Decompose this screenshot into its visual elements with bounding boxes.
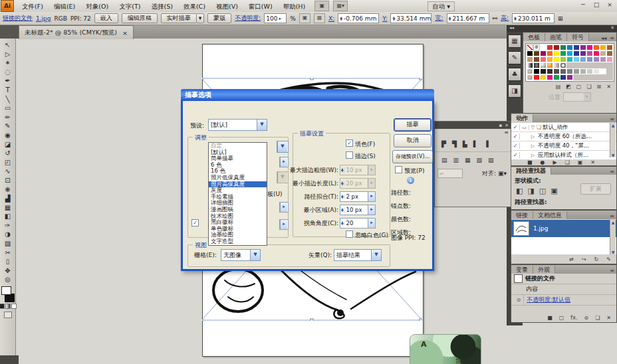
stop-icon[interactable]: ■ [527,159,533,165]
swatch[interactable] [553,62,560,68]
height-field[interactable]: ▲▼230.011 m [512,13,555,23]
menu-item[interactable]: 编辑(E) [49,1,80,12]
hand-tool[interactable]: ✥ [2,266,14,276]
vector-combobox[interactable]: 描摹结果▼ [334,249,382,261]
distribute-icon[interactable]: ▥ [453,157,459,163]
swatch[interactable] [540,68,547,74]
swatch-options-icon[interactable]: ▢ [576,84,582,90]
appearance-menu-icon[interactable]: ≡ [610,268,616,274]
actions-scrollbar[interactable]: ▲▼ [610,123,616,157]
opacity-field[interactable]: 100▸ [264,13,287,23]
selection-tool[interactable]: ↖ [2,41,14,50]
swatch[interactable] [566,45,573,50]
swatch[interactable] [600,50,606,56]
hidden-combo-fragment[interactable]: ▼ [277,141,289,153]
new-set-icon[interactable]: ❏ [565,159,570,165]
eyedropper-tool[interactable]: ✑ [2,221,14,230]
align-icon[interactable]: ▛ [441,141,446,147]
action-row[interactable]: ✓ ▷ 应用默认样式（所... [511,151,616,160]
swatch[interactable] [586,45,593,50]
direct-selection-tool[interactable]: ▷ [2,50,14,59]
trace-row-spinner[interactable]: ▲▼ 20 ▸ [340,218,376,228]
swatch[interactable] [553,56,560,62]
distribute-spacing-field[interactable]: ▴▾ [437,169,463,178]
edit-original-icon[interactable]: ✎ [606,256,611,262]
update-link-icon[interactable]: ↻ [594,256,599,262]
style-icon[interactable]: ▣ [299,13,310,23]
appearance-row-linked-file[interactable]: 链接的文件 [511,274,616,284]
new-color-group-icon[interactable]: ❏ [586,84,591,90]
swatch[interactable] [586,50,593,56]
swatch[interactable] [540,74,547,80]
blend-tool[interactable]: ◑ [2,230,14,239]
symbol-sprayer-tool[interactable]: ❋ [2,185,14,195]
fill-checkbox[interactable]: ✓ [346,139,353,147]
artboard-tool[interactable]: ▯ [2,257,14,266]
swatch[interactable] [580,68,586,74]
swatch[interactable] [586,56,593,62]
duplicate-item-icon[interactable]: ❏ [595,315,600,321]
swatch[interactable] [547,68,553,74]
swatch[interactable] [586,62,593,68]
swatch[interactable] [573,62,580,68]
swatch[interactable] [547,74,553,80]
swatch[interactable] [606,56,613,62]
swatch[interactable] [573,56,580,62]
live-paint-tool[interactable]: ▨ [2,239,14,248]
swatch[interactable] [540,56,547,62]
ignore-white-checkbox[interactable] [346,230,353,238]
none-mode-button[interactable] [11,304,17,309]
minus-front-icon[interactable]: ◨ [527,187,534,195]
y-field[interactable]: ▲▼33.514 mm [390,13,432,23]
preset-combobox[interactable]: [默认]▼ [208,119,267,131]
menu-item[interactable]: 选择(S) [146,1,178,12]
pen-tool[interactable]: ✒ [2,76,14,86]
swatch[interactable] [527,68,533,74]
transform-icon[interactable]: ⊞ [558,15,563,22]
align-panel-menu-icon[interactable]: ≡ [435,129,511,136]
workspace-switcher[interactable]: 自动 ▾ [428,1,455,11]
gradient-mode-button[interactable] [5,304,11,309]
swatch[interactable] [593,74,600,80]
fill-swatch[interactable] [1,286,11,295]
swatch[interactable] [533,74,540,80]
swatch[interactable] [566,56,573,62]
warp-tool[interactable]: ∿ [2,167,14,176]
delete-swatch-icon[interactable]: ✕ [606,84,611,90]
lasso-tool[interactable]: ◌ [2,68,14,77]
swatch[interactable] [600,45,606,50]
swatch[interactable] [593,56,600,62]
swatch[interactable] [560,68,566,74]
swatch-libraries-icon[interactable]: ▤ [556,84,561,90]
delete-item-icon[interactable]: ✕ [606,315,611,321]
swatch[interactable] [580,62,586,68]
new-action-icon[interactable]: ▣ [578,159,583,165]
action-row[interactable]: ✓ ▷ 不透明度 60（所选... [511,132,616,141]
show-kinds-icon[interactable]: ◩ [566,84,571,90]
go-to-link-icon[interactable]: ↪ [582,256,586,262]
close-button[interactable]: × [605,1,614,8]
play-icon[interactable]: ▶ [553,159,556,165]
action-check-icon[interactable]: ✓ [511,134,520,139]
action-row[interactable]: ✓ ▭ ▽ ❏ 默认_动作 [511,123,616,132]
swatch[interactable] [573,50,580,56]
swatch[interactable] [560,56,566,62]
width-field[interactable]: ▲▼211.667 m [447,13,489,23]
free-transform-tool[interactable]: ⊡ [2,176,14,185]
swatch[interactable] [540,62,547,68]
distribute-icon[interactable]: ▨ [488,157,494,163]
linked-file-label[interactable]: 链接的文件 [3,14,33,23]
action-expand-icon[interactable]: ▷ [529,153,537,158]
arrange-documents-icon[interactable]: ▦▾ [333,1,348,11]
new-swatch-icon[interactable]: ⊞ [597,84,602,90]
action-check-icon[interactable]: ✓ [511,152,520,158]
opacity-default-link[interactable]: 不透明度:默认值 [527,296,570,304]
swatch[interactable] [586,68,593,74]
swatches-panel-icon[interactable]: ▦ [508,35,521,48]
panel-tab[interactable]: 画笔 [545,33,567,41]
appearance-row-contents[interactable]: 内容 [511,284,616,295]
swatch[interactable] [553,74,560,80]
action-expand-icon[interactable]: ▽ [529,125,537,130]
action-check-icon[interactable]: ✓ [511,143,520,149]
panel-tab[interactable]: 符号 [567,33,589,41]
